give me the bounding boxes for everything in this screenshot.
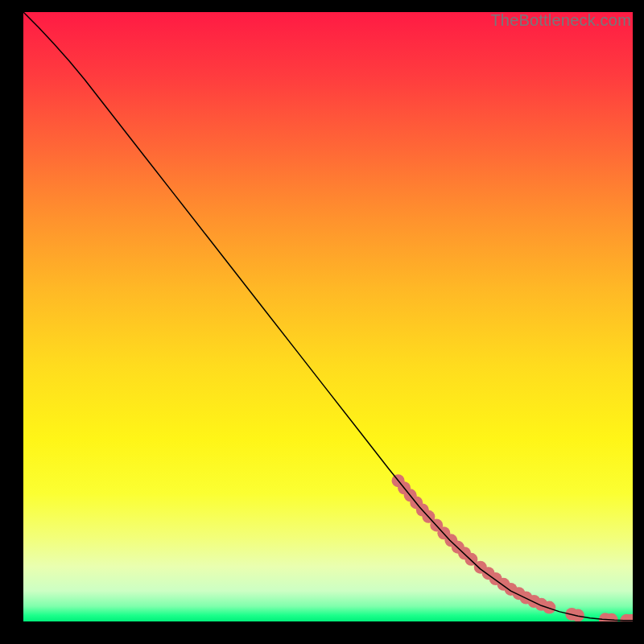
chart-frame: TheBottleneck.com — [0, 0, 644, 644]
data-point — [543, 601, 555, 614]
curve-layer — [23, 12, 633, 621]
plot-area: TheBottleneck.com — [23, 12, 633, 621]
